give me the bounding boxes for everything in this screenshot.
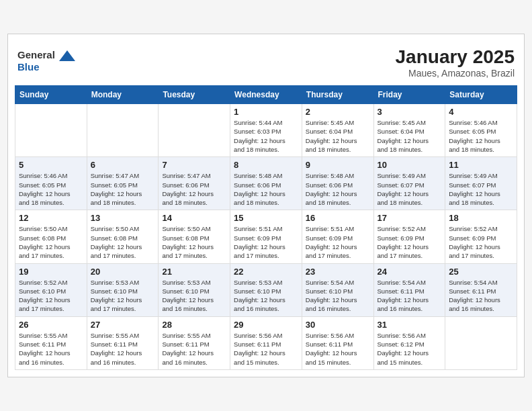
day-info: Sunrise: 5:54 AMSunset: 6:11 PMDaylight:…	[449, 278, 513, 314]
day-number: 17	[378, 213, 442, 223]
calendar-row-2: 12Sunrise: 5:50 AMSunset: 6:08 PMDayligh…	[15, 210, 517, 263]
day-info: Sunrise: 5:52 AMSunset: 6:09 PMDaylight:…	[449, 224, 513, 260]
day-number: 26	[19, 320, 83, 330]
header-saturday: Saturday	[445, 86, 517, 104]
day-info: Sunrise: 5:52 AMSunset: 6:10 PMDaylight:…	[19, 278, 83, 314]
day-number: 24	[378, 267, 442, 277]
calendar-cell: 17Sunrise: 5:52 AMSunset: 6:09 PMDayligh…	[373, 210, 445, 263]
day-info: Sunrise: 5:47 AMSunset: 6:05 PMDaylight:…	[91, 171, 155, 207]
day-number: 21	[162, 267, 226, 277]
day-info: Sunrise: 5:52 AMSunset: 6:09 PMDaylight:…	[378, 224, 442, 260]
day-number: 27	[91, 320, 155, 330]
day-number: 22	[234, 267, 298, 277]
day-number: 1	[234, 107, 298, 117]
calendar-cell	[87, 104, 159, 157]
calendar-cell: 6Sunrise: 5:47 AMSunset: 6:05 PMDaylight…	[87, 157, 159, 210]
day-info: Sunrise: 5:51 AMSunset: 6:09 PMDaylight:…	[234, 224, 298, 260]
calendar-cell	[159, 104, 230, 157]
calendar-header: General Blue January 2025 Maues, Amazona…	[15, 41, 517, 81]
calendar-cell: 18Sunrise: 5:52 AMSunset: 6:09 PMDayligh…	[445, 210, 517, 263]
day-number: 8	[234, 160, 298, 170]
day-number: 20	[91, 267, 155, 277]
day-info: Sunrise: 5:53 AMSunset: 6:10 PMDaylight:…	[162, 278, 226, 314]
calendar-title: January 2025	[17, 46, 515, 68]
calendar-cell: 28Sunrise: 5:55 AMSunset: 6:11 PMDayligh…	[159, 316, 230, 369]
calendar-row-4: 26Sunrise: 5:55 AMSunset: 6:11 PMDayligh…	[15, 316, 517, 369]
header-thursday: Thursday	[302, 86, 373, 104]
day-number: 18	[449, 213, 513, 223]
day-info: Sunrise: 5:51 AMSunset: 6:09 PMDaylight:…	[306, 224, 370, 260]
calendar-cell: 9Sunrise: 5:48 AMSunset: 6:06 PMDaylight…	[302, 157, 373, 210]
calendar-cell: 31Sunrise: 5:56 AMSunset: 6:12 PMDayligh…	[373, 316, 445, 369]
calendar-cell: 24Sunrise: 5:54 AMSunset: 6:11 PMDayligh…	[373, 263, 445, 316]
day-info: Sunrise: 5:55 AMSunset: 6:11 PMDaylight:…	[19, 331, 83, 367]
calendar-table: Sunday Monday Tuesday Wednesday Thursday…	[15, 85, 517, 370]
day-number: 4	[449, 107, 513, 117]
logo: General Blue	[17, 46, 77, 73]
logo-text: General	[17, 49, 77, 62]
day-info: Sunrise: 5:50 AMSunset: 6:08 PMDaylight:…	[162, 224, 226, 260]
calendar-cell: 22Sunrise: 5:53 AMSunset: 6:10 PMDayligh…	[230, 263, 302, 316]
day-info: Sunrise: 5:49 AMSunset: 6:07 PMDaylight:…	[378, 171, 442, 207]
day-number: 29	[234, 320, 298, 330]
calendar-subtitle: Maues, Amazonas, Brazil	[17, 68, 515, 79]
day-info: Sunrise: 5:48 AMSunset: 6:06 PMDaylight:…	[234, 171, 298, 207]
logo-blue-text: Blue	[17, 61, 40, 73]
day-info: Sunrise: 5:55 AMSunset: 6:11 PMDaylight:…	[91, 331, 155, 367]
header-monday: Monday	[87, 86, 159, 104]
day-number: 15	[234, 213, 298, 223]
calendar-row-3: 19Sunrise: 5:52 AMSunset: 6:10 PMDayligh…	[15, 263, 517, 316]
day-info: Sunrise: 5:46 AMSunset: 6:05 PMDaylight:…	[449, 118, 513, 154]
calendar-cell: 15Sunrise: 5:51 AMSunset: 6:09 PMDayligh…	[230, 210, 302, 263]
calendar-cell: 19Sunrise: 5:52 AMSunset: 6:10 PMDayligh…	[15, 263, 87, 316]
calendar-row-0: 1Sunrise: 5:44 AMSunset: 6:03 PMDaylight…	[15, 104, 517, 157]
day-number: 16	[306, 213, 370, 223]
calendar-cell: 1Sunrise: 5:44 AMSunset: 6:03 PMDaylight…	[230, 104, 302, 157]
svg-marker-0	[59, 50, 75, 61]
calendar-cell: 25Sunrise: 5:54 AMSunset: 6:11 PMDayligh…	[445, 263, 517, 316]
day-number: 19	[19, 267, 83, 277]
calendar-cell: 11Sunrise: 5:49 AMSunset: 6:07 PMDayligh…	[445, 157, 517, 210]
calendar-cell: 2Sunrise: 5:45 AMSunset: 6:04 PMDaylight…	[302, 104, 373, 157]
calendar-cell: 21Sunrise: 5:53 AMSunset: 6:10 PMDayligh…	[159, 263, 230, 316]
day-info: Sunrise: 5:53 AMSunset: 6:10 PMDaylight:…	[234, 278, 298, 314]
day-info: Sunrise: 5:50 AMSunset: 6:08 PMDaylight:…	[91, 224, 155, 260]
header-wednesday: Wednesday	[230, 86, 302, 104]
calendar-cell: 8Sunrise: 5:48 AMSunset: 6:06 PMDaylight…	[230, 157, 302, 210]
day-info: Sunrise: 5:54 AMSunset: 6:11 PMDaylight:…	[378, 278, 442, 314]
day-info: Sunrise: 5:47 AMSunset: 6:06 PMDaylight:…	[162, 171, 226, 207]
header-sunday: Sunday	[15, 86, 87, 104]
calendar-cell: 27Sunrise: 5:55 AMSunset: 6:11 PMDayligh…	[87, 316, 159, 369]
day-number: 12	[19, 213, 83, 223]
day-info: Sunrise: 5:46 AMSunset: 6:05 PMDaylight:…	[19, 171, 83, 207]
day-number: 13	[91, 213, 155, 223]
day-number: 14	[162, 213, 226, 223]
day-info: Sunrise: 5:49 AMSunset: 6:07 PMDaylight:…	[449, 171, 513, 207]
day-info: Sunrise: 5:50 AMSunset: 6:08 PMDaylight:…	[19, 224, 83, 260]
day-info: Sunrise: 5:56 AMSunset: 6:12 PMDaylight:…	[378, 331, 442, 367]
weekday-header-row: Sunday Monday Tuesday Wednesday Thursday…	[15, 86, 517, 104]
calendar-cell: 4Sunrise: 5:46 AMSunset: 6:05 PMDaylight…	[445, 104, 517, 157]
day-info: Sunrise: 5:45 AMSunset: 6:04 PMDaylight:…	[306, 118, 370, 154]
calendar-cell: 5Sunrise: 5:46 AMSunset: 6:05 PMDaylight…	[15, 157, 87, 210]
calendar-container: General Blue January 2025 Maues, Amazona…	[7, 34, 525, 377]
day-number: 28	[162, 320, 226, 330]
day-number: 6	[91, 160, 155, 170]
day-info: Sunrise: 5:48 AMSunset: 6:06 PMDaylight:…	[306, 171, 370, 207]
calendar-cell: 14Sunrise: 5:50 AMSunset: 6:08 PMDayligh…	[159, 210, 230, 263]
calendar-cell: 26Sunrise: 5:55 AMSunset: 6:11 PMDayligh…	[15, 316, 87, 369]
header-tuesday: Tuesday	[159, 86, 230, 104]
day-number: 11	[449, 160, 513, 170]
calendar-cell: 13Sunrise: 5:50 AMSunset: 6:08 PMDayligh…	[87, 210, 159, 263]
calendar-cell: 30Sunrise: 5:56 AMSunset: 6:11 PMDayligh…	[302, 316, 373, 369]
day-info: Sunrise: 5:45 AMSunset: 6:04 PMDaylight:…	[378, 118, 442, 154]
calendar-cell: 10Sunrise: 5:49 AMSunset: 6:07 PMDayligh…	[373, 157, 445, 210]
day-number: 2	[306, 107, 370, 117]
day-number: 7	[162, 160, 226, 170]
day-info: Sunrise: 5:54 AMSunset: 6:10 PMDaylight:…	[306, 278, 370, 314]
header-friday: Friday	[373, 86, 445, 104]
day-number: 5	[19, 160, 83, 170]
calendar-cell: 3Sunrise: 5:45 AMSunset: 6:04 PMDaylight…	[373, 104, 445, 157]
day-info: Sunrise: 5:56 AMSunset: 6:11 PMDaylight:…	[306, 331, 370, 367]
day-info: Sunrise: 5:53 AMSunset: 6:10 PMDaylight:…	[91, 278, 155, 314]
